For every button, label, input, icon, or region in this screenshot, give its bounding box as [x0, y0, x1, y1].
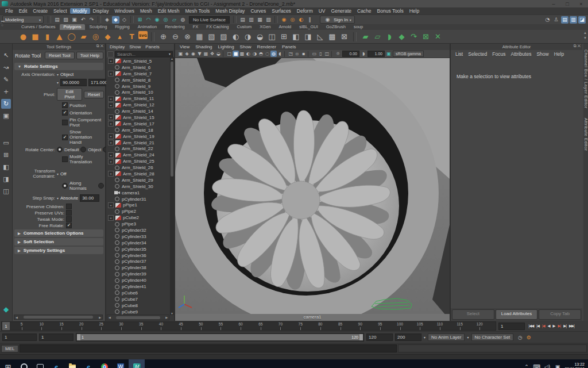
single-pane-layout-icon[interactable]: ▭ — [1, 138, 11, 148]
internet-explorer-icon[interactable]: e — [80, 359, 96, 368]
sidebar-tab-attribute-editor[interactable]: Attribute Editor — [583, 114, 588, 155]
shelf-tab-polygons[interactable]: Polygons — [60, 24, 86, 30]
smooth-icon[interactable]: ◑ — [242, 31, 253, 42]
outliner-item[interactable]: pCylinder36 — [106, 252, 174, 259]
step-snap-mode-select[interactable]: Absolute — [60, 195, 78, 201]
camera-select-icon[interactable]: ▣ — [177, 51, 184, 57]
image-plane-icon[interactable]: ▦ — [203, 51, 209, 57]
outliner-item[interactable]: +pCube2 — [106, 214, 174, 221]
outliner-item[interactable]: pCylinder32 — [106, 227, 174, 233]
exposure-icon[interactable]: ☼ — [335, 51, 341, 57]
ae-menu-list[interactable]: List — [455, 51, 463, 57]
ae-menu-attributes[interactable]: Attributes — [510, 51, 531, 57]
menu-uv[interactable]: UV — [316, 8, 328, 14]
axis-orientation-select[interactable]: Object — [60, 72, 74, 77]
maya-icon[interactable]: M — [129, 359, 145, 368]
select-tool-icon[interactable]: ↖ — [1, 51, 11, 60]
gamma-icon[interactable]: ◗ — [361, 51, 366, 57]
color-management-icon[interactable]: ▣ — [386, 51, 392, 57]
depth-of-field-icon[interactable]: ◖ — [277, 51, 283, 57]
select-by-hierarchy-icon[interactable]: ◈ — [103, 16, 111, 24]
expand-icon[interactable]: + — [108, 152, 114, 158]
shelf-tab-rigging[interactable]: Rigging — [111, 24, 133, 30]
outliner-item[interactable]: pCylinder31 — [106, 196, 174, 202]
isolate-select-icon[interactable]: ◳ — [288, 51, 294, 57]
go-to-end-button[interactable]: ▶▶| — [567, 324, 575, 328]
expand-icon[interactable]: + — [108, 215, 114, 221]
character-controls-icon[interactable]: ♙ — [552, 16, 560, 24]
animation-preferences-icon[interactable]: ⚙ — [525, 334, 532, 341]
paint-select-tool-icon[interactable]: ✎ — [1, 75, 11, 85]
viewport-canvas[interactable]: camera1 — [175, 58, 450, 321]
menu-deform[interactable]: Deform — [294, 8, 316, 14]
anim-layer-select[interactable]: No Anim Layer — [428, 334, 465, 341]
reduce-icon[interactable]: ◒ — [254, 31, 265, 42]
multisample-aa-icon[interactable]: ◍ — [270, 51, 277, 57]
step-forward-frame-button[interactable]: ▶| — [562, 324, 568, 328]
start-icon[interactable]: ⊞ — [0, 359, 16, 368]
save-scene-icon[interactable]: ▣ — [71, 16, 78, 24]
menu-create[interactable]: Create — [30, 8, 51, 14]
move-tool-icon[interactable]: + — [1, 87, 11, 97]
word-icon[interactable]: W — [113, 359, 129, 368]
close-icon[interactable]: ✕ — [100, 44, 103, 48]
separate-icon[interactable]: ▧ — [206, 31, 217, 42]
outliner-item[interactable]: Arm_Shield_10 — [106, 89, 174, 95]
shelf-tab-curves-surfaces[interactable]: Curves / Surfaces — [17, 24, 60, 30]
show-output-connections-icon[interactable]: ▥ — [247, 16, 255, 24]
load-attributes-button[interactable]: Load Attributes — [496, 309, 538, 320]
outliner-item[interactable]: Arm_Shield_30 — [106, 183, 174, 190]
outliner-hscrollbar[interactable]: ◀ ▶ — [107, 315, 169, 320]
expand-icon[interactable]: + — [108, 58, 114, 64]
outliner-item[interactable]: +pPipe1 — [106, 202, 174, 208]
outliner-item[interactable]: +Arm_Shield_21 — [106, 140, 174, 146]
channel-box-toggle-icon[interactable]: ▥ — [570, 16, 577, 24]
edge-icon[interactable]: e — [48, 359, 64, 368]
rotate-center-object-radio[interactable] — [80, 147, 86, 152]
menu-surfaces[interactable]: Surfaces — [269, 8, 294, 14]
file-explorer-icon[interactable] — [64, 359, 80, 368]
gamma-field[interactable]: 1.00 — [368, 51, 385, 57]
no-live-surface-field[interactable]: No Live Surface — [189, 16, 230, 24]
poly-pyramid-icon[interactable]: ▴ — [114, 31, 125, 42]
menu-curves[interactable]: Curves — [247, 8, 269, 14]
open-scene-icon[interactable]: ▨ — [62, 16, 69, 24]
playhead[interactable]: 1 — [2, 322, 10, 330]
outliner-item[interactable]: +Arm_Shield_5 — [106, 58, 174, 64]
network-icon[interactable]: ⌨ — [532, 359, 541, 368]
ipr-render-icon[interactable]: ◎ — [289, 16, 296, 24]
outliner-item[interactable]: Arm_Shield_22 — [106, 145, 174, 152]
menu-select[interactable]: Select — [51, 8, 70, 14]
task-view-icon[interactable] — [32, 359, 48, 368]
shaded-icon[interactable]: ■ — [233, 51, 239, 57]
soup-icon-2[interactable]: ▱ — [372, 31, 383, 42]
preserve-children-checkbox[interactable] — [66, 204, 72, 209]
go-to-start-button[interactable]: |◀◀ — [527, 324, 535, 328]
extrude-icon[interactable]: ⊞ — [278, 31, 289, 42]
volume-icon[interactable]: ◁) — [542, 359, 552, 368]
menu-windows[interactable]: Windows — [111, 8, 137, 14]
shelf-tab-rendering[interactable]: Rendering — [161, 24, 189, 30]
menu-edit[interactable]: Edit — [16, 8, 30, 14]
outliner-item[interactable]: +Arm_Shield_11 — [106, 95, 174, 102]
show-orientation-handle-checkbox[interactable] — [62, 135, 68, 140]
xray-icon[interactable]: ▫ — [294, 51, 300, 57]
menu-mesh-display[interactable]: Mesh Display — [212, 8, 247, 14]
copy-tab-button[interactable]: Copy Tab — [539, 309, 581, 320]
shadows-icon[interactable]: ◑ — [252, 51, 258, 57]
animation-start-field[interactable]: 1 — [2, 334, 37, 341]
outliner-menu-panels[interactable]: Panels — [145, 44, 159, 49]
snap-to-curve-icon[interactable]: ◠ — [145, 16, 152, 24]
boolean-difference-icon[interactable]: ⊖ — [170, 31, 181, 42]
shelf-tab-fx[interactable]: FX — [189, 24, 203, 30]
menu-bonus-tools[interactable]: Bonus Tools — [374, 8, 407, 14]
minimize-button[interactable]: – — [547, 1, 560, 7]
mirror-icon[interactable]: ◫ — [266, 31, 277, 42]
outliner-item[interactable]: pPipe2 — [106, 208, 174, 214]
select-by-component-icon[interactable]: ◇ — [121, 16, 128, 24]
boolean-intersection-icon[interactable]: ⊗ — [182, 31, 193, 42]
snap-to-point-icon[interactable]: ◉ — [153, 16, 161, 24]
notification-icon[interactable]: ▣ — [552, 359, 562, 368]
outliner-item[interactable]: pCube9 — [106, 309, 174, 315]
wireframe-icon[interactable]: □ — [226, 51, 233, 57]
